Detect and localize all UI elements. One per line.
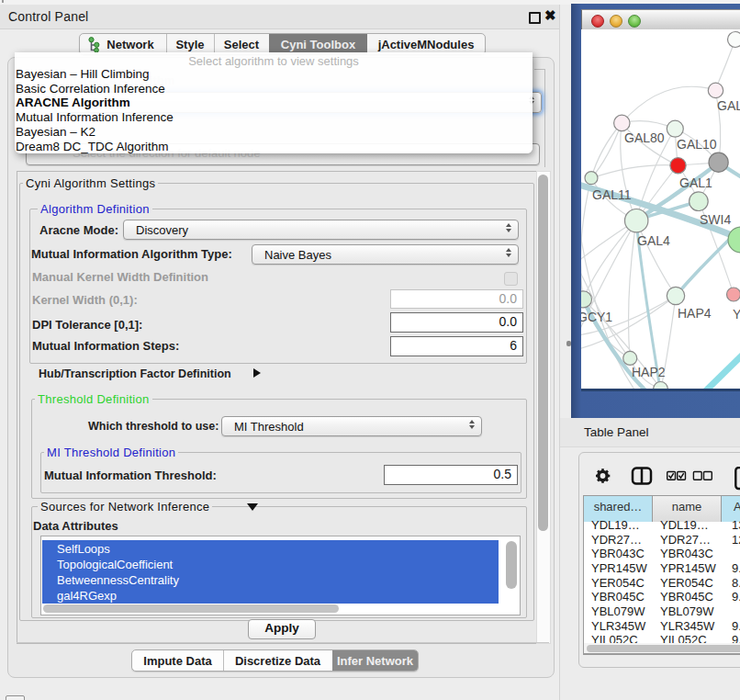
svg-text:YM: YM <box>733 307 740 322</box>
svg-text:GAL80: GAL80 <box>624 130 665 145</box>
svg-text:GAL11: GAL11 <box>592 187 632 202</box>
svg-text:GAL10: GAL10 <box>677 137 717 152</box>
svg-text:GCY1: GCY1 <box>581 310 612 324</box>
svg-text:HAP4: HAP4 <box>678 306 712 321</box>
svg-text:SWI4: SWI4 <box>700 212 731 227</box>
svg-text:GAL1: GAL1 <box>679 175 712 190</box>
svg-text:GAL2: GAL2 <box>717 98 740 113</box>
svg-text:HAP2: HAP2 <box>632 365 666 379</box>
svg-text:GAL4: GAL4 <box>637 233 670 248</box>
